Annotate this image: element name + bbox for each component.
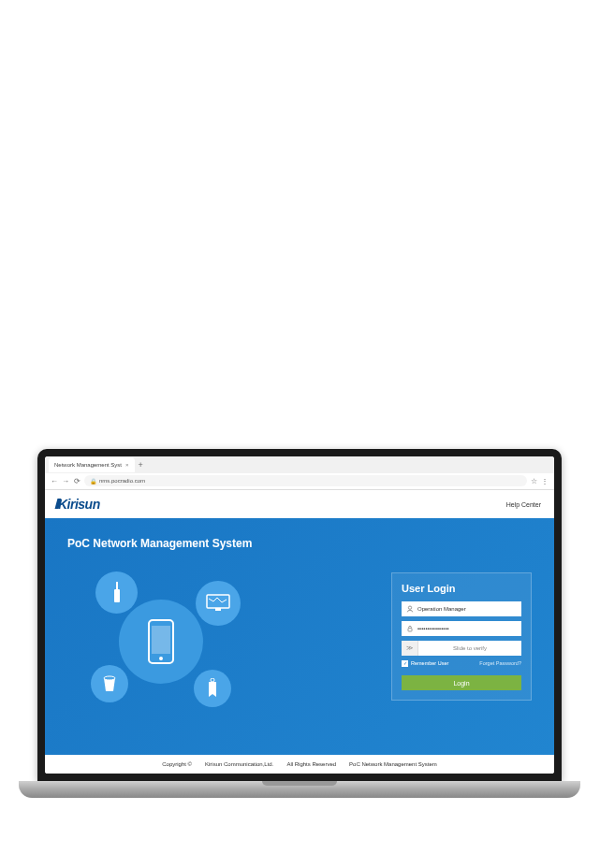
footer-company: Kirisun Communication,Ltd. (205, 761, 273, 767)
radio-icon (95, 571, 138, 614)
remember-label: Remember User (411, 660, 448, 666)
new-tab-button[interactable]: + (139, 460, 143, 470)
page-header: Kirisun Help Center (45, 490, 554, 518)
menu-icon[interactable]: ⋮ (541, 477, 549, 485)
hero-title: PoC Network Management System (67, 537, 391, 550)
page-footer: Copyright © Kirisun Communication,Ltd. A… (45, 755, 554, 774)
forgot-password-link[interactable]: Forget Password? (479, 660, 521, 666)
bookmark-icon[interactable]: ☆ (531, 477, 537, 485)
browser-tab[interactable]: Network Management Syst × (49, 457, 135, 472)
hero-left: PoC Network Management System (67, 537, 391, 736)
monitor-icon (196, 581, 241, 626)
screen-bezel: Network Management Syst × + ← → ⟳ 🔒 nms.… (37, 449, 562, 781)
login-button[interactable]: Login (402, 675, 521, 690)
hero-graphic (67, 567, 255, 716)
logo: Kirisun (58, 497, 100, 512)
password-field-wrap (402, 621, 521, 636)
username-field-wrap (402, 601, 521, 616)
slide-handle[interactable]: ≫ (402, 641, 418, 656)
svg-rect-0 (114, 589, 120, 602)
tab-title: Network Management Syst (54, 462, 122, 468)
svg-point-6 (159, 657, 163, 660)
laptop-base (19, 781, 580, 798)
footer-copyright: Copyright © (162, 761, 192, 767)
remember-user[interactable]: ✓ Remember User (402, 660, 448, 667)
forward-icon[interactable]: → (62, 477, 69, 485)
svg-rect-10 (408, 628, 412, 630)
lock-icon: 🔒 (90, 478, 96, 485)
help-center-link[interactable]: Help Center (506, 501, 541, 508)
slide-label: Slide to verify (418, 645, 521, 651)
reload-icon[interactable]: ⟳ (73, 477, 80, 485)
svg-rect-3 (215, 608, 221, 611)
screen: Network Management Syst × + ← → ⟳ 🔒 nms.… (45, 456, 554, 774)
address-row: ← → ⟳ 🔒 nms.pocradio.com ☆ ⋮ (45, 473, 554, 490)
login-options: ✓ Remember User Forget Password? (402, 660, 521, 667)
close-icon[interactable]: × (125, 462, 129, 468)
browser-chrome: Network Management Syst × + ← → ⟳ 🔒 nms.… (45, 456, 554, 490)
cup-icon (91, 665, 128, 702)
footer-product: PoC Network Management System (349, 761, 437, 767)
laptop-notch (262, 781, 337, 786)
page-content: Kirisun Help Center PoC Network Manageme… (45, 490, 554, 774)
slide-verify[interactable]: ≫ Slide to verify (402, 641, 521, 656)
hero-section: PoC Network Management System (45, 518, 554, 755)
footer-rights: All Rights Reserved (286, 761, 336, 767)
tab-row: Network Management Syst × + (45, 456, 554, 473)
user-icon (406, 605, 414, 613)
svg-rect-1 (116, 582, 118, 589)
svg-point-8 (211, 678, 214, 682)
svg-point-7 (104, 676, 115, 680)
login-panel: User Login ≫ Slide to verify (391, 572, 532, 702)
tag-icon (194, 670, 231, 707)
lock-field-icon (406, 625, 414, 632)
back-icon[interactable]: ← (51, 477, 58, 485)
username-input[interactable] (417, 606, 517, 612)
address-bar[interactable]: 🔒 nms.pocradio.com (84, 475, 527, 486)
url-text: nms.pocradio.com (99, 478, 145, 484)
svg-rect-2 (207, 595, 229, 608)
login-title: User Login (402, 583, 521, 594)
checkbox-icon[interactable]: ✓ (402, 660, 408, 667)
svg-rect-5 (152, 626, 170, 654)
laptop-frame: Network Management Syst × + ← → ⟳ 🔒 nms.… (19, 449, 580, 804)
password-input[interactable] (417, 626, 517, 631)
svg-point-9 (408, 606, 411, 609)
phone-icon (119, 600, 203, 684)
